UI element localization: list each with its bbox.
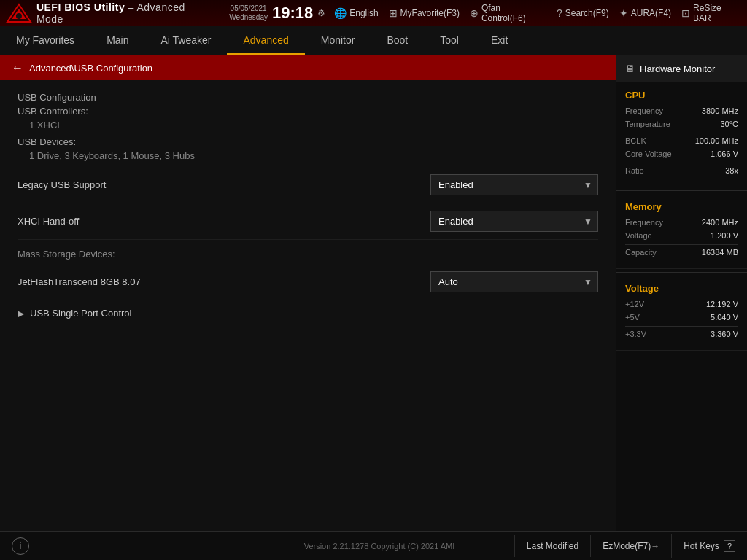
cpu-bclk-value: 100.00 MHz xyxy=(695,136,738,145)
cpu-frequency-row: Frequency 3800 MHz xyxy=(625,106,738,115)
xhci-handoff-control[interactable]: Enabled Disabled ▼ xyxy=(430,211,598,232)
breadcrumb: ← Advanced\USB Configuration xyxy=(0,55,616,80)
hot-keys-button[interactable]: Hot Keys ? xyxy=(671,534,747,558)
info-button[interactable]: i xyxy=(12,537,29,555)
main-panel: ← Advanced\USB Configuration USB Configu… xyxy=(0,55,616,531)
jetflash-control[interactable]: Auto Floppy Forced FDD Hard Disk CD-ROM … xyxy=(430,271,598,292)
resize-bar-control[interactable]: ⊡ ReSize BAR xyxy=(681,3,741,23)
legacy-usb-control[interactable]: Enabled Disabled Auto ▼ xyxy=(430,174,598,195)
rog-logo-icon xyxy=(6,3,32,23)
legacy-usb-label: Legacy USB Support xyxy=(18,179,430,190)
nav-item-my-favorites[interactable]: My Favorites xyxy=(0,26,90,55)
cpu-frequency-value: 3800 MHz xyxy=(702,106,738,115)
mem-frequency-row: Frequency 2400 MHz xyxy=(625,218,738,227)
header-logo: UEFI BIOS Utility – Advanced Mode xyxy=(6,1,214,25)
hw-memory-section: Memory Frequency 2400 MHz Voltage 1.200 … xyxy=(616,194,747,269)
time-settings-icon[interactable]: ⚙ xyxy=(317,8,325,18)
v33-row: +3.3V 3.360 V xyxy=(625,330,738,338)
cpu-temperature-row: Temperature 30°C xyxy=(625,120,738,128)
usb-controllers-value: 1 XHCI xyxy=(18,120,598,131)
language-control[interactable]: 🌐 English xyxy=(334,7,378,19)
breadcrumb-path: Advanced\USB Configuration xyxy=(29,63,152,74)
monitor-icon: 🖥 xyxy=(625,63,635,74)
hot-keys-icon: ? xyxy=(724,540,735,552)
nav-item-main[interactable]: Main xyxy=(90,26,144,55)
footer: i Version 2.21.1278 Copyright (C) 2021 A… xyxy=(0,531,747,560)
mem-voltage-label: Voltage xyxy=(625,231,652,240)
header-controls: 🌐 English ⊞ MyFavorite(F3) ⊕ Qfan Contro… xyxy=(334,3,741,23)
svg-point-2 xyxy=(16,13,22,19)
nav-item-boot[interactable]: Boot xyxy=(371,26,424,55)
resize-icon: ⊡ xyxy=(681,7,690,19)
back-button[interactable]: ← xyxy=(12,61,23,74)
mem-capacity-row: Capacity 16384 MB xyxy=(625,248,738,257)
v12-label: +12V xyxy=(625,300,644,308)
header-time: 19:18 xyxy=(272,4,313,23)
language-icon: 🌐 xyxy=(334,7,347,19)
hw-voltage-section: Voltage +12V 12.192 V +5V 5.040 V +3.3V … xyxy=(616,276,747,351)
ez-mode-button[interactable]: EzMode(F7)→ xyxy=(590,535,671,557)
nav-item-tool[interactable]: Tool xyxy=(424,26,475,55)
hw-cpu-section: CPU Frequency 3800 MHz Temperature 30°C … xyxy=(616,82,747,187)
navbar: My Favorites Main Ai Tweaker Advanced Mo… xyxy=(0,26,747,55)
search-icon: ? xyxy=(557,7,562,19)
cpu-ratio-value: 38x xyxy=(725,166,738,175)
cpu-temperature-label: Temperature xyxy=(625,120,670,128)
cpu-core-voltage-value: 1.066 V xyxy=(711,149,738,158)
mem-capacity-value: 16384 MB xyxy=(702,248,738,257)
hw-voltage-title: Voltage xyxy=(625,283,738,294)
hw-memory-title: Memory xyxy=(625,201,738,212)
cpu-bclk-row: BCLK 100.00 MHz xyxy=(625,136,738,145)
legacy-usb-row: Legacy USB Support Enabled Disabled Auto… xyxy=(18,167,598,203)
hw-cpu-title: CPU xyxy=(625,90,738,101)
cpu-core-voltage-row: Core Voltage 1.066 V xyxy=(625,149,738,158)
jetflash-select[interactable]: Auto Floppy Forced FDD Hard Disk CD-ROM xyxy=(430,271,598,292)
mem-voltage-value: 1.200 V xyxy=(711,231,738,240)
legacy-usb-select[interactable]: Enabled Disabled Auto xyxy=(430,174,598,195)
header: UEFI BIOS Utility – Advanced Mode 05/05/… xyxy=(0,0,747,26)
xhci-handoff-row: XHCI Hand-off Enabled Disabled ▼ xyxy=(18,203,598,240)
v33-value: 3.360 V xyxy=(711,330,738,338)
nav-item-exit[interactable]: Exit xyxy=(475,26,524,55)
nav-item-ai-tweaker[interactable]: Ai Tweaker xyxy=(144,26,227,55)
search-control[interactable]: ? Search(F9) xyxy=(557,7,609,19)
mass-storage-label: Mass Storage Devices: xyxy=(18,249,115,260)
footer-left: i xyxy=(0,537,257,555)
header-date: 05/05/2021 Wednesday xyxy=(229,4,268,22)
config-content: USB Configuration USB Controllers: 1 XHC… xyxy=(0,80,616,531)
nav-item-monitor[interactable]: Monitor xyxy=(305,26,371,55)
expand-arrow-icon: ▶ xyxy=(18,308,24,319)
cpu-temperature-value: 30°C xyxy=(720,120,738,128)
myfavorite-control[interactable]: ⊞ MyFavorite(F3) xyxy=(389,7,460,19)
xhci-handoff-label: XHCI Hand-off xyxy=(18,216,430,227)
nav-item-advanced[interactable]: Advanced xyxy=(227,26,304,55)
section-title: USB Configuration xyxy=(18,92,598,103)
mem-frequency-label: Frequency xyxy=(625,218,663,227)
last-modified-button[interactable]: Last Modified xyxy=(514,535,590,557)
hw-monitor-title: 🖥 Hardware Monitor xyxy=(616,55,747,82)
usb-controllers-label: USB Controllers: xyxy=(18,106,598,117)
qfan-control[interactable]: ⊕ Qfan Control(F6) xyxy=(470,3,546,23)
cpu-bclk-label: BCLK xyxy=(625,136,646,145)
usb-devices-block: USB Devices: 1 Drive, 3 Keyboards, 1 Mou… xyxy=(18,136,598,161)
qfan-icon: ⊕ xyxy=(470,7,479,19)
jetflash-row: JetFlashTranscend 8GB 8.07 Auto Floppy F… xyxy=(18,264,598,300)
aura-icon: ✦ xyxy=(619,7,628,19)
v12-row: +12V 12.192 V xyxy=(625,300,738,308)
jetflash-label: JetFlashTranscend 8GB 8.07 xyxy=(18,276,430,287)
aura-control[interactable]: ✦ AURA(F4) xyxy=(619,7,671,19)
mem-capacity-label: Capacity xyxy=(625,248,657,257)
v33-label: +3.3V xyxy=(625,330,646,338)
xhci-handoff-select[interactable]: Enabled Disabled xyxy=(430,211,598,232)
app-title: UEFI BIOS Utility – Advanced Mode xyxy=(36,1,214,25)
usb-single-port-expand[interactable]: ▶ USB Single Port Control xyxy=(18,300,598,326)
content-area: ← Advanced\USB Configuration USB Configu… xyxy=(0,55,747,531)
usb-single-port-label: USB Single Port Control xyxy=(30,308,131,319)
v12-value: 12.192 V xyxy=(706,300,738,308)
mem-frequency-value: 2400 MHz xyxy=(702,218,738,227)
v5-value: 5.040 V xyxy=(711,313,738,322)
mem-voltage-row: Voltage 1.200 V xyxy=(625,231,738,240)
myfavorite-icon: ⊞ xyxy=(389,7,398,19)
footer-version: Version 2.21.1278 Copyright (C) 2021 AMI xyxy=(257,542,502,551)
cpu-ratio-row: Ratio 38x xyxy=(625,166,738,175)
